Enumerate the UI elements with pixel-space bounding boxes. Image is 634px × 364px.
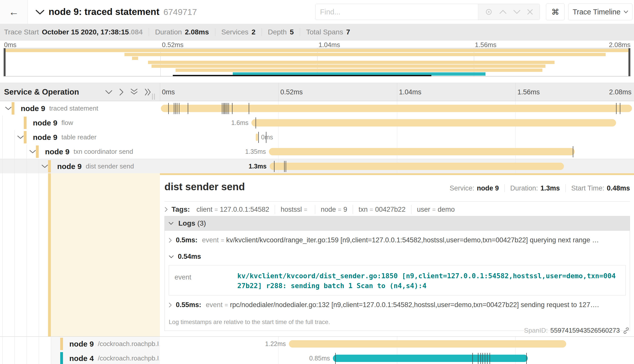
view-selector-dropdown[interactable]: Trace Timeline: [568, 4, 632, 20]
span-name-cell[interactable]: node 9dist sender send: [0, 159, 160, 173]
log-preview: event=rpc/nodedialer/nodedialer.go:132 […: [206, 301, 599, 309]
log-marker-tick: [286, 161, 286, 172]
link-icon[interactable]: [622, 327, 630, 334]
column-resize-grip[interactable]: [152, 94, 156, 100]
minimap-span-bar: [4, 49, 630, 52]
tag-item: client=127.0.0.1:54582: [197, 206, 269, 213]
log-marker-tick: [487, 353, 488, 364]
find-clear-close-icon[interactable]: [527, 9, 533, 15]
find-tools: [478, 4, 540, 20]
span-color-swatch: [12, 102, 14, 115]
page-title: node 9: traced statement 6749717: [49, 0, 197, 24]
span-duration-label: 0ms: [261, 130, 273, 144]
log-entry-collapsed[interactable]: 0.55ms: event=rpc/nodedialer/nodedialer.…: [165, 295, 630, 314]
span-timeline-cell[interactable]: 1.3ms: [160, 159, 634, 173]
keyboard-shortcuts-button[interactable]: ⌘: [546, 4, 565, 20]
log-marker-tick: [620, 103, 620, 114]
span-id-label: SpanID:: [524, 327, 548, 334]
trace-minimap[interactable]: [4, 48, 630, 76]
chevron-down-icon[interactable]: [29, 149, 36, 154]
log-entry-collapsed[interactable]: 0.5ms: event=kv/kvclient/kvcoord/range_i…: [165, 231, 630, 249]
trace-collapse-chevron-down-icon[interactable]: [35, 9, 45, 15]
grid-line: [278, 130, 279, 144]
tags-row[interactable]: Tags: client=127.0.0.1:54582 hostssl= no…: [164, 205, 630, 214]
span-name-cell[interactable]: node 9txn coordinator send: [0, 144, 160, 159]
span-duration-label: 1.35ms: [213, 144, 266, 159]
span-color-swatch: [24, 117, 27, 129]
chevron-down-icon[interactable]: [17, 135, 24, 139]
trace-id: 6749717: [163, 7, 197, 17]
log-marker-tick: [482, 353, 483, 364]
span-id-row: SpanID: 5597415943526560273: [524, 327, 630, 334]
logs-header[interactable]: Logs (3): [164, 216, 630, 231]
span-name-cell[interactable]: node 4/cockroach.roachpb.I…: [0, 351, 160, 364]
span-color-swatch: [60, 338, 63, 350]
log-marker-tick: [188, 103, 188, 114]
span-timeline-cell[interactable]: 1.35ms: [160, 144, 634, 159]
span-row[interactable]: node 9dist sender send1.3ms: [0, 159, 634, 173]
span-row[interactable]: node 9txn coordinator send1.35ms: [0, 144, 634, 159]
find-input[interactable]: [315, 4, 478, 20]
span-row[interactable]: node 4/cockroach.roachpb.I…0.85ms: [0, 351, 634, 364]
span-rows-area: node 9traced statementnode 9flow1.6msnod…: [0, 101, 634, 364]
span-detail-indent-column: [0, 173, 160, 336]
locate-target-icon[interactable]: [484, 8, 493, 16]
log-field-value[interactable]: kv/kvclient/kvcoord/dist_sender.go:1850 …: [237, 270, 617, 291]
span-row[interactable]: node 9flow1.6ms: [0, 116, 634, 130]
minimap-left-scrubber[interactable]: [4, 48, 6, 76]
trace-summary-bar: Trace Start October 15 2020, 17:38:15 .0…: [0, 24, 634, 40]
span-bar[interactable]: [270, 163, 564, 170]
span-timeline-cell[interactable]: 1.6ms: [160, 116, 634, 130]
collapse-all-double-chevron-down-icon[interactable]: [130, 88, 138, 96]
command-icon: ⌘: [552, 7, 559, 17]
chevron-right-icon: [169, 303, 172, 308]
log-marker-tick: [478, 353, 478, 364]
span-row[interactable]: node 9table reader0ms: [0, 130, 634, 144]
span-name-cell[interactable]: node 9traced statement: [0, 101, 160, 116]
log-marker-tick: [249, 103, 249, 114]
chevron-down-icon: [169, 255, 174, 258]
tag-item: txn=00427b22: [358, 206, 406, 213]
find-next-chevron-down-icon[interactable]: [513, 9, 521, 14]
span-row[interactable]: node 9traced statement: [0, 101, 634, 116]
span-name-cell[interactable]: node 9table reader: [0, 130, 160, 144]
span-name-cell[interactable]: node 9flow: [0, 116, 160, 130]
span-timeline-cell[interactable]: 0.85ms: [160, 351, 634, 364]
start-time-value: 0.48ms: [607, 184, 630, 192]
minimap-right-scrubber[interactable]: [628, 48, 630, 76]
span-operation-name: txn coordinator send: [74, 148, 133, 156]
chevron-down-icon[interactable]: [41, 164, 48, 168]
span-timeline-cell[interactable]: [160, 101, 634, 116]
grid-line: [515, 83, 516, 101]
find-prev-chevron-up-icon[interactable]: [499, 9, 507, 14]
log-marker-tick: [490, 353, 490, 364]
span-bar[interactable]: [161, 105, 632, 112]
expand-one-chevron-right-icon[interactable]: [119, 88, 124, 96]
span-operation-name: /cockroach.roachpb.I…: [98, 340, 160, 348]
chevron-down-icon[interactable]: [5, 106, 12, 110]
span-bar[interactable]: [333, 355, 528, 362]
expand-all-double-chevron-right-icon[interactable]: [144, 88, 152, 96]
axis-tick-label: 1.56ms: [517, 83, 540, 101]
span-service-name: node 9: [69, 340, 94, 348]
chevron-right-icon: [169, 238, 172, 243]
span-name: node 9/cockroach.roachpb.I…: [69, 337, 160, 351]
span-timeline-cell[interactable]: 1.22ms: [160, 337, 634, 351]
log-entry-expanded-header[interactable]: 0.54ms: [165, 249, 630, 265]
span-name-cell[interactable]: node 9/cockroach.roachpb.I…: [0, 337, 160, 351]
span-bar[interactable]: [251, 119, 616, 126]
span-bar[interactable]: [269, 148, 575, 155]
back-button[interactable]: ←: [0, 0, 28, 24]
span-id-value: 5597415943526560273: [550, 327, 620, 334]
span-row[interactable]: node 9/cockroach.roachpb.I…1.22ms: [0, 337, 634, 351]
top-bar: ← node 9: traced statement 6749717 ⌘ Tra…: [0, 0, 634, 24]
selected-span-accent-column: [48, 173, 160, 336]
span-service-name: node 9: [33, 119, 57, 127]
span-bar[interactable]: [256, 134, 258, 141]
collapse-one-chevron-down-icon[interactable]: [105, 90, 113, 94]
duration-label: Duration:: [510, 184, 538, 192]
span-timeline-cell[interactable]: 0ms: [160, 130, 634, 144]
minimap-tick-label: 1.04ms: [319, 41, 340, 49]
span-bar[interactable]: [289, 340, 566, 348]
span-duration-label: 1.3ms: [214, 159, 267, 173]
